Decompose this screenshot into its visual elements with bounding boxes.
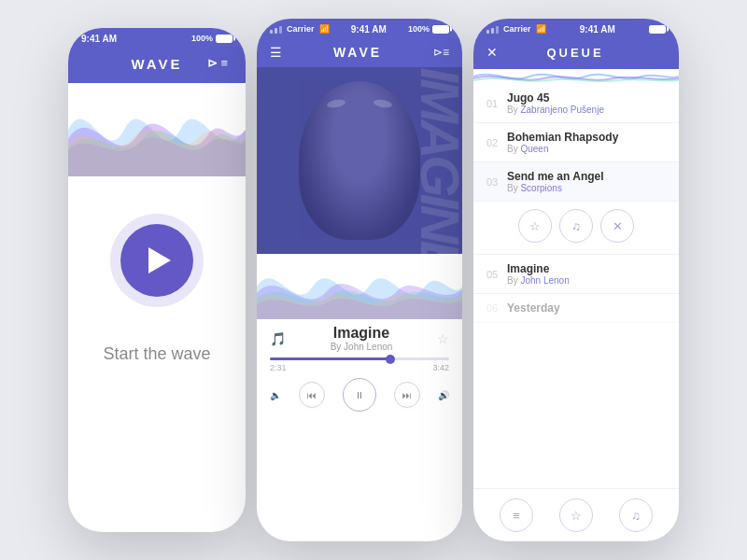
time-row: 2:31 3:42 bbox=[270, 363, 449, 372]
queue-song-title-05: Imagine bbox=[507, 262, 666, 275]
time-2: 9:41 AM bbox=[351, 24, 387, 35]
battery-icon-3 bbox=[649, 25, 666, 34]
song-title-area: Imagine By John Lenon bbox=[331, 325, 393, 352]
play-icon bbox=[148, 247, 171, 273]
carrier-2: Carrier bbox=[287, 24, 315, 34]
screen1-body: Start the wave bbox=[68, 176, 246, 383]
play-button-outer[interactable] bbox=[110, 214, 204, 307]
queue-song-info-05: Imagine By John Lenon bbox=[507, 262, 666, 286]
prev-button[interactable]: ⏮ bbox=[299, 382, 325, 408]
wave-visual-2 bbox=[257, 254, 462, 319]
action-playlist-button[interactable]: ♫ bbox=[559, 209, 593, 243]
progress-area[interactable]: 2:31 3:42 bbox=[270, 357, 449, 372]
queue-song-info-02: Bohemian Rhapsody By Queen bbox=[507, 131, 666, 154]
battery-icon-2 bbox=[432, 25, 449, 34]
total-time: 3:42 bbox=[432, 363, 449, 372]
queue-footer: ≡ ☆ ♫ bbox=[473, 488, 679, 541]
queue-item-01[interactable]: 01 Jugo 45 By Zabranjeno Pušenje bbox=[473, 84, 679, 123]
progress-thumb bbox=[386, 355, 395, 364]
queue-item-05[interactable]: 05 Imagine By John Lenon bbox=[473, 255, 679, 294]
status-bar-3: Carrier 📶 9:41 AM bbox=[473, 19, 679, 37]
queue-song-title-06: Yesterday bbox=[507, 301, 666, 315]
screen3-header-row: ✕ QUEUE bbox=[486, 45, 666, 60]
queue-num-05: 05 bbox=[486, 269, 503, 280]
queue-song-info-03: Send me an Angel By Scorpions bbox=[507, 170, 666, 193]
time-3: 9:41 AM bbox=[580, 24, 615, 35]
queue-song-title-01: Jugo 45 bbox=[507, 91, 666, 105]
time-1: 9:41 AM bbox=[81, 34, 117, 44]
queue-num-03: 03 bbox=[486, 176, 503, 188]
status-bar-2: Carrier 📶 9:41 AM 100% bbox=[257, 19, 462, 37]
vol-down-icon[interactable]: 🔈 bbox=[270, 390, 281, 400]
battery-area-3 bbox=[649, 25, 666, 34]
action-remove-button[interactable]: ✕ bbox=[600, 209, 634, 243]
wifi-icon-3: 📶 bbox=[536, 24, 546, 34]
controls-row: 🔈 ⏮ ⏸ ⏭ 🔊 bbox=[270, 378, 449, 412]
screen-1-wave-start: 9:41 AM 100% WAVE ⊳≡ bbox=[68, 28, 246, 532]
queue-song-info-06: Yesterday bbox=[507, 301, 666, 315]
screen-2-player: Carrier 📶 9:41 AM 100% ☰ WAVE ⊳≡ IMAGINE bbox=[257, 19, 462, 541]
battery-area-2: 100% bbox=[408, 24, 449, 34]
album-face bbox=[299, 81, 420, 240]
app-title-1: WAVE ⊳≡ bbox=[83, 56, 231, 72]
playlist-icon-2[interactable]: ⊳≡ bbox=[433, 46, 449, 59]
queue-song-artist-05: By John Lenon bbox=[507, 275, 666, 286]
current-time: 2:31 bbox=[270, 363, 287, 372]
queue-item-03-actions: ☆ ♫ ✕ bbox=[473, 202, 679, 255]
battery-pct-2: 100% bbox=[408, 24, 430, 34]
footer-favorite-button[interactable]: ☆ bbox=[559, 498, 593, 532]
queue-song-artist-01: By Zabranjeno Pušenje bbox=[507, 105, 666, 115]
screen1-header: WAVE ⊳≡ bbox=[68, 47, 246, 83]
queue-list: 01 Jugo 45 By Zabranjeno Pušenje 02 Bohe… bbox=[473, 84, 679, 488]
next-button[interactable]: ⏭ bbox=[394, 382, 420, 408]
favorite-icon[interactable]: ☆ bbox=[437, 331, 449, 346]
screen2-header-row: ☰ WAVE ⊳≡ bbox=[270, 45, 449, 60]
screen2-player: 🎵 Imagine By John Lenon ☆ 2:31 3:42 bbox=[257, 319, 462, 419]
queue-wave bbox=[473, 69, 679, 84]
song-info: 🎵 Imagine By John Lenon ☆ bbox=[270, 325, 449, 352]
footer-music-button[interactable]: ♫ bbox=[619, 498, 653, 532]
music-note-icon: 🎵 bbox=[270, 331, 286, 346]
carrier-3: Carrier bbox=[503, 24, 531, 34]
wave-visual-1 bbox=[68, 83, 246, 176]
queue-num-06: 06 bbox=[486, 302, 503, 314]
progress-fill bbox=[270, 357, 390, 360]
signal-dots-2: Carrier 📶 bbox=[270, 24, 330, 34]
close-icon[interactable]: ✕ bbox=[486, 45, 498, 60]
queue-item-02[interactable]: 02 Bohemian Rhapsody By Queen bbox=[473, 123, 679, 162]
wifi-icon-2: 📶 bbox=[319, 24, 330, 34]
battery-pct-1: 100% bbox=[191, 34, 213, 43]
queue-num-01: 01 bbox=[486, 98, 503, 109]
playlist-icon-1[interactable]: ⊳≡ bbox=[207, 56, 231, 70]
queue-item-03[interactable]: 03 Send me an Angel By Scorpions bbox=[473, 162, 679, 202]
queue-song-info-01: Jugo 45 By Zabranjeno Pušenje bbox=[507, 91, 666, 115]
queue-song-artist-02: By Queen bbox=[507, 144, 666, 154]
screen-3-queue: Carrier 📶 9:41 AM ✕ QUEUE bbox=[473, 19, 679, 541]
screen2-header: ☰ WAVE ⊳≡ bbox=[257, 37, 462, 67]
queue-title: QUEUE bbox=[546, 46, 603, 60]
progress-bar[interactable] bbox=[270, 357, 449, 360]
play-button-inner[interactable] bbox=[120, 224, 193, 297]
queue-song-title-03: Send me an Angel bbox=[507, 170, 666, 183]
screens-container: 9:41 AM 100% WAVE ⊳≡ bbox=[0, 0, 747, 560]
battery-area-1: 100% bbox=[191, 34, 233, 43]
screen3-header: ✕ QUEUE bbox=[473, 37, 679, 69]
queue-song-title-02: Bohemian Rhapsody bbox=[507, 131, 666, 144]
song-title: Imagine bbox=[331, 325, 393, 342]
queue-item-06[interactable]: 06 Yesterday bbox=[473, 294, 679, 323]
song-artist: By John Lenon bbox=[331, 342, 393, 352]
hamburger-icon[interactable]: ☰ bbox=[270, 45, 282, 60]
app-title-2: WAVE bbox=[333, 45, 382, 60]
start-wave-text: Start the wave bbox=[103, 344, 210, 364]
action-favorite-button[interactable]: ☆ bbox=[518, 209, 552, 243]
footer-queue-button[interactable]: ≡ bbox=[500, 498, 533, 532]
queue-song-artist-03: By Scorpions bbox=[507, 183, 666, 193]
battery-icon-1 bbox=[216, 35, 233, 43]
queue-num-02: 02 bbox=[486, 137, 503, 148]
signal-dots-3: Carrier 📶 bbox=[486, 24, 546, 34]
pause-button[interactable]: ⏸ bbox=[343, 378, 376, 412]
vol-up-icon[interactable]: 🔊 bbox=[438, 390, 449, 400]
status-bar-1: 9:41 AM 100% bbox=[68, 28, 246, 47]
album-art: IMAGINE bbox=[257, 67, 462, 254]
